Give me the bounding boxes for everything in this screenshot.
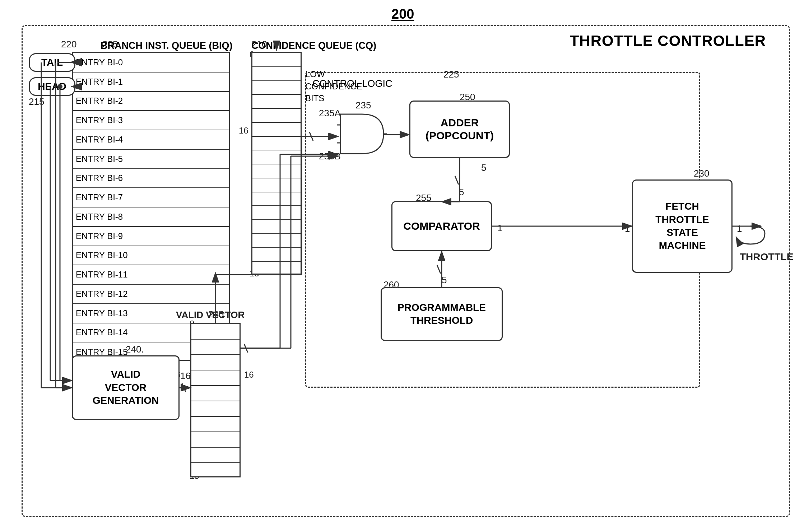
cq-row-15	[252, 262, 301, 276]
tail-pill: TAIL	[29, 53, 75, 72]
biq-entry-0: ENTRY BI-0	[73, 53, 229, 73]
vv-row-8	[191, 448, 240, 463]
biq-entry-4: ENTRY BI-4	[73, 130, 229, 150]
comparator-box: COMPARATOR	[391, 201, 492, 251]
cq-row-10	[252, 192, 301, 206]
ftsm-input-label: 1	[625, 223, 630, 234]
prog-threshold-label: PROGRAMMABLE THRESHOLD	[397, 301, 486, 327]
vv-row-6	[191, 417, 240, 432]
diagram-number: 200	[391, 6, 414, 22]
vv-label-16-right: 16	[244, 370, 254, 380]
cq-box: (function() { var box = document.querySe…	[251, 52, 302, 275]
adder-box: ADDER (POPCOUNT)	[409, 101, 510, 158]
vv-row-1	[191, 340, 240, 355]
prog-threshold-output-label: 5	[442, 275, 447, 286]
ftsm-label: FETCH THROTTLE STATE MACHINE	[655, 200, 709, 252]
comparator-label: COMPARATOR	[403, 220, 480, 232]
vvg-ref: 240.	[126, 344, 144, 355]
vv-row-0	[191, 324, 240, 340]
cq-row-4	[252, 109, 301, 123]
and-gate-shape	[337, 111, 387, 157]
cq-row-3	[252, 95, 301, 109]
biq-entry-5: ENTRY BI-5	[73, 150, 229, 169]
ftsm-ref: 230	[694, 168, 709, 179]
cq-row-7	[252, 150, 301, 164]
biq-entry-2: ENTRY BI-2	[73, 92, 229, 111]
vv-text-label: VALID VECTOR	[176, 309, 245, 321]
cq-row-14	[252, 248, 301, 262]
cq-row-9	[252, 178, 301, 192]
ftsm-output-label: 1	[737, 223, 742, 234]
cq-row-13	[252, 234, 301, 248]
biq-entry-8: ENTRY BI-8	[73, 207, 229, 227]
biq-entry-3: ENTRY BI-3	[73, 111, 229, 130]
adder-output-label: 5	[481, 162, 486, 173]
cq-label: CONFIDENCE QUEUE (CQ)	[251, 40, 376, 51]
head-ref: 215	[29, 96, 44, 107]
biq-entry-9: ENTRY BI-9	[73, 227, 229, 246]
cq-row-6	[252, 137, 301, 151]
cq-row-5	[252, 123, 301, 137]
vvg-label: VALID VECTOR GENERATION	[93, 368, 159, 407]
vvg-box: VALID VECTOR GENERATION	[72, 355, 180, 420]
cq-row-0	[252, 53, 301, 67]
cq-row-2	[252, 81, 301, 95]
vv-row-5	[191, 401, 240, 417]
cq-row-12	[252, 220, 301, 234]
cq-row-8	[252, 164, 301, 178]
vv-row-4	[191, 386, 240, 401]
vv-row-3	[191, 370, 240, 386]
vv-box: (function() { var box = document.querySe…	[190, 323, 241, 477]
throttle-label: THROTTLE	[740, 251, 793, 263]
biq-entry-12: ENTRY BI-12	[73, 285, 229, 304]
cq-row-1	[252, 67, 301, 81]
vvg-output-label: 16	[180, 370, 191, 382]
vv-row-7	[191, 432, 240, 448]
biq-entry-7: ENTRY BI-7	[73, 188, 229, 207]
comparator-input-label: 5	[459, 187, 464, 198]
and-gate-ref: 235	[355, 100, 371, 111]
adder-label: ADDER (POPCOUNT)	[426, 116, 494, 142]
comparator-output-label: 1	[497, 223, 502, 234]
vv-row-9	[191, 463, 240, 479]
control-logic-ref: 225	[443, 69, 459, 80]
vv-row-2	[191, 355, 240, 370]
head-pill: HEAD	[29, 77, 75, 96]
biq-entry-10: ENTRY BI-10	[73, 246, 229, 266]
biq-entry-1: ENTRY BI-1	[73, 73, 229, 92]
biq-entry-6: ENTRY BI-6	[73, 169, 229, 188]
cq-row-11	[252, 206, 301, 220]
biq-ref-220: 220	[61, 39, 76, 50]
prog-threshold-box: PROGRAMMABLE THRESHOLD	[381, 287, 503, 341]
biq-label: BRANCH INST. QUEUE (BIQ)	[101, 40, 233, 51]
ftsm-box: FETCH THROTTLE STATE MACHINE	[632, 179, 733, 273]
biq-entry-11: ENTRY BI-11	[73, 265, 229, 285]
control-logic-label: CONTROL LOGIC	[312, 78, 392, 89]
cq-label-16: 16	[239, 126, 248, 136]
throttle-controller-label: THROTTLE CONTROLLER	[570, 32, 766, 50]
